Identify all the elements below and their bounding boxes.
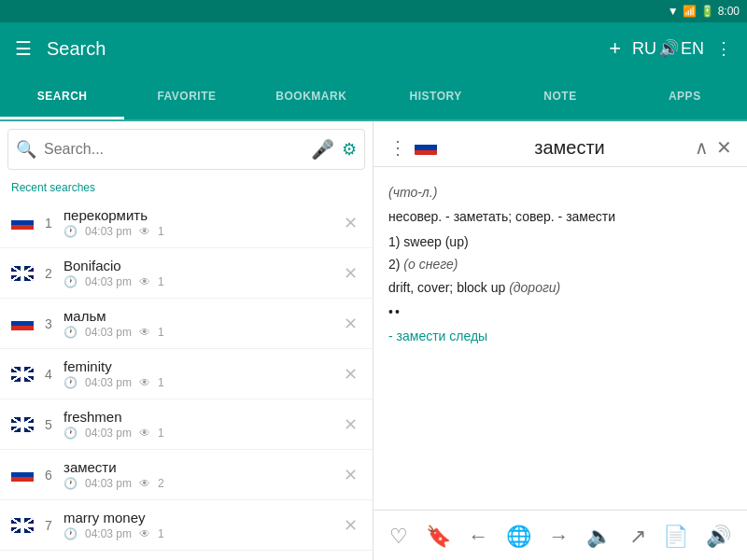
item-word: feminity — [63, 358, 340, 374]
close-icon[interactable]: ✕ — [340, 411, 361, 439]
search-box: 🔍 🎤 ⚙ — [7, 129, 365, 170]
definition-note-2: (дороги) — [509, 280, 560, 295]
card-icon[interactable]: 📄 — [663, 525, 688, 549]
close-icon[interactable]: ✕ — [340, 259, 361, 287]
item-number: 3 — [41, 316, 56, 331]
definition-word: замести — [444, 137, 695, 159]
item-time: 04:03 pm — [85, 477, 132, 490]
main-layout: 🔍 🎤 ⚙ Recent searches 1 перекормить 🕐 04… — [0, 121, 747, 560]
list-item[interactable]: 5 freshmen 🕐 04:03 pm 👁 1 ✕ — [0, 399, 373, 450]
bottom-action-bar: ♡ 🔖 ← 🌐 → 🔈 ↗ 📄 🔊 — [374, 510, 747, 560]
favorite-icon[interactable]: ♡ — [389, 525, 408, 549]
tabs-bar: SEARCH FAVORITE BOOKMARK HISTORY NOTE AP… — [0, 75, 747, 121]
language-switcher[interactable]: RU 🔊 EN — [632, 38, 704, 59]
item-content: мальм 🕐 04:03 pm 👁 1 — [63, 308, 340, 339]
close-icon[interactable]: ✕ — [340, 360, 361, 388]
right-panel: ⋮ замести ∧ ✕ (что-л.) несовер. - замета… — [374, 121, 747, 560]
item-word: freshmen — [63, 409, 340, 425]
status-icons: ▼ 📶 🔋 8:00 — [668, 5, 740, 18]
translate-icon[interactable]: 🌐 — [506, 525, 531, 549]
list-item[interactable]: 3 мальм 🕐 04:03 pm 👁 1 ✕ — [0, 299, 373, 349]
item-views: 1 — [158, 326, 164, 339]
list-item[interactable]: 2 Bonifacio 🕐 04:03 pm 👁 1 ✕ — [0, 248, 373, 299]
item-content: Bonifacio 🕐 04:03 pm 👁 1 — [63, 258, 340, 288]
forward-icon[interactable]: → — [548, 525, 569, 549]
list-item[interactable]: 4 feminity 🕐 04:03 pm 👁 1 ✕ — [0, 349, 373, 399]
close-icon[interactable]: ✕ — [340, 310, 361, 338]
definition-example[interactable]: - замести следы — [388, 326, 732, 346]
clock-icon: 🕐 — [63, 527, 78, 540]
item-word: Bonifacio — [63, 258, 340, 273]
flag-uk — [11, 367, 34, 382]
item-number: 1 — [41, 216, 56, 231]
eye-icon: 👁 — [139, 427, 150, 440]
back-icon[interactable]: ← — [468, 525, 488, 549]
speaker-icon[interactable]: 🔊 — [706, 525, 731, 549]
tab-search[interactable]: SEARCH — [0, 75, 124, 119]
audio-icon[interactable]: 🔈 — [586, 525, 612, 549]
item-number: 5 — [41, 417, 56, 432]
list-item[interactable]: 6 замести 🕐 04:03 pm 👁 2 ✕ — [0, 450, 373, 500]
definition-item-2: 2) (о снеге) — [388, 254, 732, 274]
item-content: замести 🕐 04:03 pm 👁 2 — [63, 459, 340, 490]
list-item[interactable]: 1 перекормить 🕐 04:03 pm 👁 1 ✕ — [0, 198, 373, 248]
wifi-icon: ▼ — [668, 5, 679, 18]
search-input[interactable] — [44, 141, 311, 158]
app-bar-actions: + RU 🔊 EN ⋮ — [609, 36, 732, 61]
left-panel: 🔍 🎤 ⚙ Recent searches 1 перекормить 🕐 04… — [0, 121, 374, 560]
item-word: marry money — [63, 510, 340, 525]
flag-russia-def — [415, 140, 437, 155]
lang-to: EN — [681, 39, 704, 59]
list-item[interactable]: 8 tremendous 🕐 04:03 pm 👁 1 ✕ — [0, 551, 373, 560]
item-meta: 🕐 04:03 pm 👁 1 — [63, 326, 340, 339]
app-title: Search — [47, 38, 609, 60]
item-time: 04:03 pm — [85, 225, 132, 238]
close-icon[interactable]: ✕ — [340, 511, 361, 539]
flag-russia — [11, 468, 34, 483]
search-list: 1 перекормить 🕐 04:03 pm 👁 1 ✕ 2 B — [0, 198, 373, 560]
definition-line1: несовер. - заметать; совер. - замести — [388, 209, 615, 224]
definition-content: (что-л.) несовер. - заметать; совер. - з… — [374, 167, 747, 510]
eye-icon: 👁 — [139, 527, 150, 540]
bookmark-icon[interactable]: 🔖 — [426, 525, 451, 549]
close-icon[interactable]: ✕ — [340, 461, 361, 489]
hamburger-menu-icon[interactable]: ☰ — [15, 37, 32, 60]
chevron-up-icon[interactable]: ∧ — [695, 136, 709, 159]
share-icon[interactable]: ↗ — [629, 525, 646, 549]
flag-uk — [11, 266, 34, 281]
item-meta: 🕐 04:03 pm 👁 1 — [63, 427, 340, 440]
microphone-icon[interactable]: 🎤 — [311, 138, 334, 161]
list-item[interactable]: 7 marry money 🕐 04:03 pm 👁 1 ✕ — [0, 500, 373, 551]
add-icon[interactable]: + — [609, 36, 621, 61]
close-definition-icon[interactable]: ✕ — [716, 136, 732, 159]
tab-favorite[interactable]: FAVORITE — [124, 75, 248, 119]
tab-note[interactable]: NOTE — [498, 75, 622, 119]
overflow-menu-icon[interactable]: ⋮ — [715, 38, 732, 59]
close-icon[interactable]: ✕ — [340, 209, 361, 237]
tab-bookmark[interactable]: BOOKMARK — [249, 75, 374, 119]
item-views: 1 — [158, 376, 164, 389]
item-number: 4 — [41, 367, 56, 382]
item-views: 1 — [158, 427, 164, 440]
signal-icon: 📶 — [683, 5, 697, 18]
item-content: marry money 🕐 04:03 pm 👁 1 — [63, 510, 340, 540]
item-views: 1 — [158, 527, 164, 540]
lang-from: RU — [632, 39, 656, 59]
item-time: 04:03 pm — [85, 326, 132, 339]
item-time: 04:03 pm — [85, 376, 132, 389]
example-link[interactable]: - замести следы — [388, 329, 487, 343]
item-meta: 🕐 04:03 pm 👁 1 — [63, 376, 340, 389]
item-word: замести — [63, 459, 340, 475]
item-content: feminity 🕐 04:03 pm 👁 1 — [63, 358, 340, 389]
item-word: мальм — [63, 308, 340, 324]
status-bar: ▼ 📶 🔋 8:00 — [0, 0, 747, 22]
definition-item-3: drift, cover; block up (дороги) — [388, 277, 732, 298]
app-bar: ☰ Search + RU 🔊 EN ⋮ — [0, 22, 747, 75]
tab-history[interactable]: HISTORY — [374, 75, 498, 119]
item-meta: 🕐 04:03 pm 👁 1 — [63, 275, 340, 288]
more-options-icon[interactable]: ⋮ — [388, 136, 407, 159]
tab-apps[interactable]: APPS — [623, 75, 747, 119]
settings-icon[interactable]: ⚙ — [342, 139, 357, 160]
item-meta: 🕐 04:03 pm 👁 1 — [63, 527, 340, 540]
clock-icon: 🕐 — [63, 225, 78, 238]
